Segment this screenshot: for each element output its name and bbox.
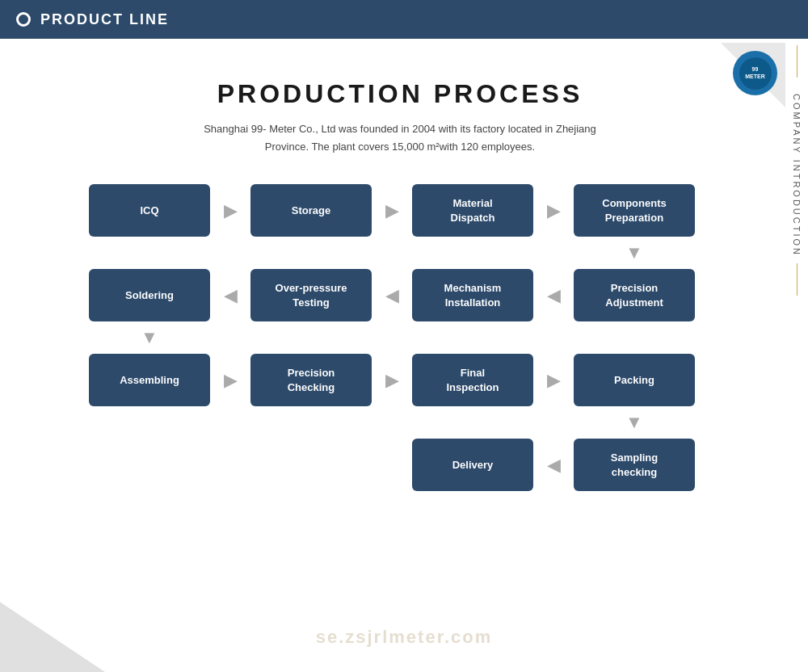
spacer-r2c4 (376, 326, 408, 350)
process-icq: ICQ (89, 184, 210, 237)
sampling-checking-label: Samplingchecking (611, 451, 659, 480)
flow-diagram: ICQ ▶ Storage ▶ MaterialDispatch ▶ Compo… (24, 180, 776, 495)
spacer-r1c2 (214, 241, 246, 265)
spacer-r1c4 (376, 241, 408, 265)
side-line-bottom (797, 263, 797, 296)
overpressure-label: Over-pressureTesting (276, 281, 347, 310)
logo-circle: 99METER (733, 51, 777, 95)
material-dispatch-label: MaterialDispatch (451, 196, 495, 225)
page-title: PRODUCTION PROCESS (24, 79, 776, 109)
components-prep-label: ComponentsPreparation (602, 196, 666, 225)
process-delivery: Delivery (412, 439, 533, 491)
spacer-r1c3 (246, 241, 376, 265)
spacer-r2c6 (537, 326, 570, 350)
final-inspection-label: FinalInspection (446, 366, 499, 395)
arrow-assembling-checking: ▶ (214, 350, 246, 410)
page-subtitle: Shanghai 99- Meter Co., Ltd was founded … (24, 120, 776, 156)
process-soldering: Soldering (89, 269, 210, 321)
process-mechanism-installation: MechanismInstallation (412, 269, 533, 321)
precision-adj-label: PrecisionAdjustment (605, 281, 663, 310)
process-material-dispatch: MaterialDispatch (412, 184, 533, 237)
arrow-storage-material: ▶ (376, 180, 408, 241)
arrow-precision-mechanism: ◀ (537, 265, 570, 326)
spacer-r2c7 (570, 326, 699, 350)
logo-inner: 99METER (739, 57, 772, 90)
arrow-mechanism-overpressure: ◀ (376, 265, 408, 326)
cell-delivery: Delivery (408, 435, 537, 495)
arrow-material-components: ▶ (537, 180, 570, 241)
process-final-inspection: FinalInspection (412, 354, 533, 406)
side-label-text: COMPANY INTRODUCTION (792, 94, 802, 257)
header-bar: PRODUCT LINE (0, 0, 808, 39)
subtitle-line1: Shanghai 99- Meter Co., Ltd was founded … (204, 123, 596, 135)
spacer-r2c2 (214, 326, 246, 350)
logo-area: 99METER (703, 44, 784, 109)
cell-storage: Storage (246, 180, 376, 241)
spacer-r1c6 (537, 241, 570, 265)
bottom-left-triangle (0, 591, 129, 672)
cell-soldering: Soldering (85, 265, 214, 326)
arrow-checking-final: ▶ (376, 350, 408, 410)
side-label: COMPANY INTRODUCTION (785, 39, 808, 672)
subtitle-line2: Province. The plant covers 15,000 m²with… (265, 141, 535, 153)
spacer-r2c3 (246, 326, 376, 350)
arrow-icq-storage: ▶ (214, 180, 246, 241)
header-circle-icon (16, 12, 31, 27)
cell-mechanism: MechanismInstallation (408, 265, 537, 326)
spacer-r3c6 (537, 410, 570, 435)
arrow-overpressure-soldering: ◀ (214, 265, 246, 326)
spacer-r3c4 (376, 410, 408, 435)
cell-final-inspection: FinalInspection (408, 350, 537, 410)
arrow-final-packing: ▶ (537, 350, 570, 410)
process-sampling-checking: Samplingchecking (574, 439, 695, 491)
process-precision-adjustment: PrecisionAdjustment (574, 269, 695, 321)
cell-components-prep: ComponentsPreparation (570, 180, 699, 241)
watermark: se.zsjrlmeter.com (316, 627, 493, 648)
mechanism-label: MechanismInstallation (444, 281, 502, 310)
cell-precision-checking: PrecisionChecking (246, 350, 376, 410)
spacer-r2c5 (408, 326, 537, 350)
process-precision-checking: PrecisionChecking (250, 354, 372, 406)
arrow-comp-prep-down: ▼ (570, 241, 699, 265)
cell-assembling: Assembling (85, 350, 214, 410)
cell-sampling-checking: Samplingchecking (570, 435, 699, 495)
spacer-r3c5 (408, 410, 537, 435)
spacer-r1c5 (408, 241, 537, 265)
cell-precision-adj: PrecisionAdjustment (570, 265, 699, 326)
bottom-left-decoration (0, 575, 162, 672)
arrow-sampling-delivery: ◀ (537, 435, 570, 495)
spacer-r1c1 (85, 241, 214, 265)
arrow-soldering-down: ▼ (85, 326, 214, 350)
spacer-r4c3 (246, 435, 376, 495)
process-storage: Storage (250, 184, 372, 237)
logo-text: 99METER (745, 66, 765, 80)
spacer-r4c4 (376, 435, 408, 495)
spacer-r4c2 (214, 435, 246, 495)
cell-overpressure: Over-pressureTesting (246, 265, 376, 326)
cell-material-dispatch: MaterialDispatch (408, 180, 537, 241)
spacer-r3c1 (85, 410, 214, 435)
spacer-r3c2 (214, 410, 246, 435)
arrow-packing-down: ▼ (570, 410, 699, 435)
spacer-r3c3 (246, 410, 376, 435)
process-over-pressure-testing: Over-pressureTesting (250, 269, 372, 321)
cell-icq: ICQ (85, 180, 214, 241)
main-content: PRODUCTION PROCESS Shanghai 99- Meter Co… (0, 39, 808, 511)
process-packing: Packing (574, 354, 695, 406)
process-assembling: Assembling (89, 354, 210, 406)
flow-grid: ICQ ▶ Storage ▶ MaterialDispatch ▶ Compo… (85, 180, 715, 495)
process-components-preparation: ComponentsPreparation (574, 184, 695, 237)
precision-checking-label: PrecisionChecking (288, 366, 335, 395)
header-title: PRODUCT LINE (40, 11, 169, 28)
cell-packing: Packing (570, 350, 699, 410)
spacer-r4c1 (85, 435, 214, 495)
side-line-top (797, 45, 797, 78)
